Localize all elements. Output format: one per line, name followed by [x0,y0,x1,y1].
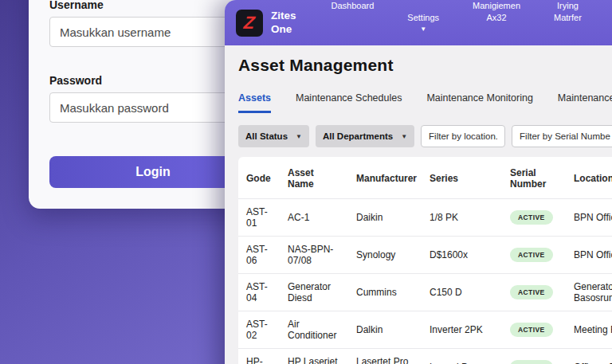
serial-filter-input[interactable] [512,125,612,147]
tab-maintenance-le[interactable]: Maintenance Le [558,92,612,113]
nav-item-manigiemen[interactable]: Manigiemen Ax32 [473,0,520,24]
page-title: Asset Management [238,56,612,75]
nav-items: Dashboard Settings ▼ Manigiemen Ax32 Iry… [332,0,612,45]
tab-assets[interactable]: Assets [238,92,271,113]
status-badge: ACTIVE [510,360,553,364]
status-badge: ACTIVE [510,248,553,262]
table-row[interactable]: AST-02 Air Conditioner Dalkin Inverter 2… [238,311,612,349]
brand-name: Zites One [271,10,296,35]
tab-maintenance-schedules[interactable]: Maintenance Schedules [296,92,402,113]
nav-item-dashboard[interactable]: Dashboard [332,0,375,12]
filter-bar: All Status ▼ All Departments ▼ Ad [238,124,612,148]
status-badge: ACTIVE [510,323,553,337]
asset-table-card: Gode Asset Name Manufacturer Series Seri… [238,157,612,364]
tab-bar: Assets Maintenance Schedules Maintenance… [238,92,612,113]
col-code: Gode [238,157,280,199]
status-badge: ACTIVE [510,285,553,299]
top-navbar: Z Zites One Dashboard Settings ▼ Manigie… [225,0,612,45]
table-header-row: Gode Asset Name Manufacturer Series Seri… [238,157,612,199]
table-row[interactable]: AST-01 AC-1 Daikin 1/8 PK ACTIVE BPN Off… [238,199,612,237]
app-logo[interactable]: Z [236,10,263,37]
table-row[interactable]: AST-06 NAS-BPN-07/08 Synology D$1600x AC… [238,237,612,274]
tab-maintenance-monitoring[interactable]: Maintenance Monitoring [426,92,532,113]
nav-item-irying[interactable]: Irying Matrfer [554,0,582,24]
col-manufacturer: Manufacturer [348,157,422,199]
chevron-down-icon: ▼ [296,133,302,140]
status-badge: ACTIVE [510,210,553,225]
chevron-down-icon: ▼ [401,133,407,140]
col-asset-name: Asset Name [280,157,348,199]
asset-management-window: Z Zites One Dashboard Settings ▼ Manigie… [225,0,612,364]
location-filter-input[interactable] [421,125,505,147]
table-row[interactable]: HP-01 HP Laseriet Print Lasertet Pro M40… [238,349,612,364]
table-row[interactable]: AST-04 Generator Diesd Cummins C150 D AC… [238,274,612,311]
col-location: Location [566,157,612,199]
page-content: Asset Management Assets Maintenance Sche… [225,45,612,364]
chevron-down-icon: ▼ [407,25,439,34]
col-serial-number: Serial Number [502,157,566,199]
departments-select[interactable]: All Departments ▼ [316,125,414,147]
status-select[interactable]: All Status ▼ [238,125,309,147]
col-series: Series [422,157,502,199]
nav-item-settings[interactable]: Settings ▼ [407,0,439,45]
asset-table: Gode Asset Name Manufacturer Series Seri… [238,157,612,364]
logo-z-icon: Z [243,14,256,32]
